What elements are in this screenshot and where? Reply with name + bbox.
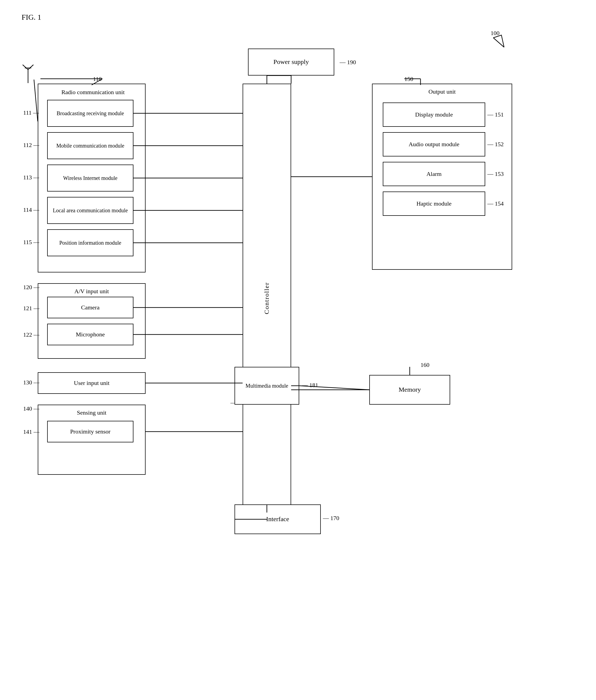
mobile-comm-box: Mobile communication module [47, 132, 133, 159]
ref-122: 122 — [23, 331, 40, 338]
wireless-internet-box: Wireless Internet module [47, 165, 133, 192]
position-info-box: Position information module [47, 229, 133, 256]
memory-box: Memory [369, 375, 450, 405]
ref-151: — 151 [487, 111, 504, 118]
ref-111: 111 — [23, 109, 39, 116]
controller-box: Controller [242, 84, 291, 512]
figure-label: FIG. 1 [22, 13, 41, 22]
svg-line-1 [23, 65, 28, 70]
ref-150: 150 [404, 76, 413, 82]
ref-120: 120 — [23, 284, 40, 291]
ref-140: 140 — [23, 405, 40, 412]
svg-line-2 [28, 65, 33, 70]
broadcasting-box: Broadcasting receiving module [47, 100, 133, 127]
microphone-box: Microphone [47, 324, 133, 345]
ref-112: 112 — [23, 142, 40, 149]
haptic-box: Haptic module [383, 192, 485, 216]
ref-181: — 181 [302, 382, 318, 389]
svg-line-4 [493, 38, 504, 47]
alarm-box: Alarm [383, 162, 485, 186]
ref-110: 110 [93, 76, 102, 82]
ref-121: 121 — [23, 305, 40, 312]
user-input-box: User input unit [38, 372, 146, 394]
multimedia-box: Multimedia module [235, 367, 299, 405]
antenna-icon [22, 64, 34, 83]
power-supply-box: Power supply [248, 49, 334, 76]
ref-152: — 152 [487, 141, 504, 148]
camera-box: Camera [47, 297, 133, 318]
proximity-box: Proximity sensor [47, 421, 133, 442]
ref-170: — 170 [323, 515, 339, 522]
local-area-box: Local area communication module [47, 197, 133, 224]
ref-100: 100 [491, 30, 499, 37]
ref-190: — 190 [340, 59, 356, 66]
ref-113: 113 — [23, 174, 40, 181]
audio-output-box: Audio output module [383, 132, 485, 156]
ref-141: 141 — [23, 428, 40, 435]
ref-115: 115 — [23, 239, 40, 246]
ref-153: — 153 [487, 171, 504, 177]
ref-160: 160 [420, 361, 430, 369]
interface-box: Interface [235, 504, 321, 534]
av-input-box: A/V input unit [38, 283, 146, 359]
ref-130: 130 — [23, 379, 40, 386]
ref-154: — 154 [487, 200, 504, 207]
ref-114: 114 — [23, 206, 40, 214]
display-box: Display module [383, 102, 485, 127]
